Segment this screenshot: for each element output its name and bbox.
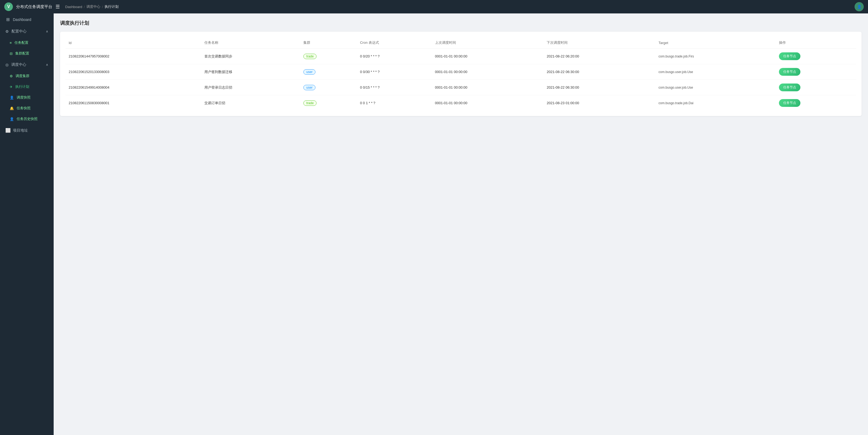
- cell-task-name: 用户签到数据迁移: [201, 64, 300, 80]
- sidebar-label-dashboard: Dashboard: [13, 18, 31, 22]
- sidebar-label-config-center: 配置中心: [11, 29, 27, 34]
- action-button-1[interactable]: 任务节点: [779, 68, 800, 76]
- breadcrumb-schedule-center[interactable]: 调度中心: [86, 4, 100, 9]
- cell-target: com.busgo.user.job.Use: [655, 64, 776, 80]
- sidebar-label-schedule-center: 调度中心: [11, 62, 26, 67]
- cell-next-schedule: 2021-08-22 06:20:00: [544, 49, 655, 64]
- task-config-icon: ≡: [10, 41, 12, 45]
- cell-target: com.busgo.trade.job.Dai: [655, 95, 776, 111]
- cell-cron: 0 0/15 * * * ?: [357, 80, 432, 95]
- menu-icon[interactable]: ☰: [56, 4, 60, 10]
- action-button-0[interactable]: 任务节点: [779, 52, 800, 60]
- table-row: 210822061520133008003 用户签到数据迁移 user 0 0/…: [65, 64, 856, 80]
- user-avatar[interactable]: 👤: [855, 2, 864, 11]
- cell-next-schedule: 2021-08-22 06:30:00: [544, 64, 655, 80]
- cell-cron: 0 0/20 * * * ?: [357, 49, 432, 64]
- sidebar-item-task-history-snapshot[interactable]: 👤 任务历史快照: [0, 114, 54, 124]
- table-row: 210822061447957008002 首次交易数据同步 trade 0 0…: [65, 49, 856, 64]
- app-title: 分布式任务调度平台: [16, 4, 52, 9]
- sidebar-item-dashboard[interactable]: ⊞ Dashboard: [0, 13, 54, 26]
- sidebar-item-task-config[interactable]: ≡ 任务配置: [0, 37, 54, 48]
- page-title: 调度执行计划: [60, 20, 862, 26]
- svg-text:👤: 👤: [857, 5, 862, 9]
- cluster-badge: trade: [303, 100, 316, 106]
- schedule-center-icon: ◎: [5, 63, 8, 67]
- cell-id: 210822061549914008004: [65, 80, 201, 95]
- cluster-config-icon: ⊟: [10, 52, 12, 56]
- cluster-badge: user: [303, 85, 315, 90]
- cell-action[interactable]: 任务节点: [776, 64, 856, 80]
- cell-target: com.busgo.user.job.Use: [655, 80, 776, 95]
- cell-next-schedule: 2021-08-22 06:30:00: [544, 80, 655, 95]
- cluster-badge: user: [303, 69, 315, 75]
- breadcrumb-dashboard[interactable]: Dashboard: [65, 5, 82, 9]
- execution-plan-table: Id 任务名称 集群 Cron 表达式 上次调度时间 下次调度时间 Target…: [65, 37, 856, 111]
- main-content: 调度执行计划 Id 任务名称 集群 Cron 表达式 上次调度时间 下次调度时间…: [54, 13, 868, 435]
- cell-cluster: user: [300, 80, 357, 95]
- table-card: Id 任务名称 集群 Cron 表达式 上次调度时间 下次调度时间 Target…: [60, 32, 862, 116]
- chevron-up-icon-2: ∧: [46, 63, 48, 66]
- sidebar-item-cluster-config[interactable]: ⊟ 集群配置: [0, 48, 54, 59]
- sidebar-item-execution-plan[interactable]: ✈ 执行计划: [0, 81, 54, 92]
- action-button-3[interactable]: 任务节点: [779, 99, 800, 107]
- cell-task-name: 交易订单日切: [201, 95, 300, 111]
- sidebar-item-schedule-cluster[interactable]: ⚙ 调度集群: [0, 70, 54, 81]
- breadcrumb: Dashboard / 调度中心 / 执行计划: [65, 4, 119, 9]
- col-cron: Cron 表达式: [357, 37, 432, 49]
- breadcrumb-execution-plan: 执行计划: [104, 4, 119, 9]
- sidebar-group-schedule-center[interactable]: ◎ 调度中心 ∧: [0, 59, 54, 70]
- execution-plan-icon: ✈: [10, 85, 12, 89]
- sidebar-group-config-center[interactable]: ⚙ 配置中心 ∧: [0, 26, 54, 37]
- table-row: 210822061549914008004 用户登录日志日切 user 0 0/…: [65, 80, 856, 95]
- sidebar-item-task-snapshot[interactable]: 🔔 任务快照: [0, 103, 54, 114]
- project-address-icon: ⬜: [5, 128, 10, 133]
- sidebar: ⊞ Dashboard ⚙ 配置中心 ∧ ≡ 任务配置 ⊟ 集群配置 ◎ 调度中…: [0, 13, 54, 435]
- task-history-snapshot-icon: 👤: [10, 117, 14, 121]
- dashboard-icon: ⊞: [5, 17, 10, 22]
- cell-last-schedule: 0001-01-01 00:00:00: [432, 49, 544, 64]
- task-snapshot-icon: 🔔: [10, 106, 14, 110]
- sidebar-label-task-config: 任务配置: [14, 40, 28, 45]
- col-last-schedule: 上次调度时间: [432, 37, 544, 49]
- logo: V: [4, 2, 13, 11]
- sidebar-label-task-snapshot: 任务快照: [17, 106, 31, 111]
- config-center-icon: ⚙: [5, 29, 9, 34]
- cell-cluster: user: [300, 64, 357, 80]
- cell-action[interactable]: 任务节点: [776, 95, 856, 111]
- sidebar-label-task-history-snapshot: 任务历史快照: [17, 117, 37, 121]
- sidebar-label-schedule-snapshot: 调度快照: [17, 95, 31, 100]
- sidebar-item-schedule-snapshot[interactable]: 👤 调度快照: [0, 92, 54, 103]
- top-header: V 分布式任务调度平台 ☰ Dashboard / 调度中心 / 执行计划 👤: [0, 0, 868, 13]
- sidebar-label-cluster-config: 集群配置: [15, 51, 29, 56]
- col-cluster: 集群: [300, 37, 357, 49]
- cell-id: 210822061447957008002: [65, 49, 201, 64]
- cell-last-schedule: 0001-01-01 00:00:00: [432, 64, 544, 80]
- col-task-name: 任务名称: [201, 37, 300, 49]
- cell-id: 210822061150830008001: [65, 95, 201, 111]
- cell-task-name: 用户登录日志日切: [201, 80, 300, 95]
- cluster-badge: trade: [303, 54, 316, 59]
- schedule-cluster-icon: ⚙: [10, 74, 13, 78]
- cell-next-schedule: 2021-08-23 01:00:00: [544, 95, 655, 111]
- sidebar-item-project-address[interactable]: ⬜ 项目地址: [0, 124, 54, 137]
- cell-id: 210822061520133008003: [65, 64, 201, 80]
- sidebar-label-project-address: 项目地址: [13, 128, 28, 133]
- cell-cron: 0 0 1 * * ?: [357, 95, 432, 111]
- table-row: 210822061150830008001 交易订单日切 trade 0 0 1…: [65, 95, 856, 111]
- col-target: Target: [655, 37, 776, 49]
- cell-action[interactable]: 任务节点: [776, 49, 856, 64]
- cell-task-name: 首次交易数据同步: [201, 49, 300, 64]
- cell-cluster: trade: [300, 95, 357, 111]
- col-id: Id: [65, 37, 201, 49]
- col-next-schedule: 下次调度时间: [544, 37, 655, 49]
- sidebar-label-execution-plan: 执行计划: [15, 84, 29, 89]
- schedule-snapshot-icon: 👤: [10, 95, 14, 99]
- col-action: 操作: [776, 37, 856, 49]
- cell-cluster: trade: [300, 49, 357, 64]
- cell-cron: 0 0/30 * * * ?: [357, 64, 432, 80]
- cell-target: com.busgo.trade.job.Firs: [655, 49, 776, 64]
- action-button-2[interactable]: 任务节点: [779, 84, 800, 91]
- cell-action[interactable]: 任务节点: [776, 80, 856, 95]
- chevron-up-icon: ∧: [46, 30, 48, 33]
- cell-last-schedule: 0001-01-01 00:00:00: [432, 80, 544, 95]
